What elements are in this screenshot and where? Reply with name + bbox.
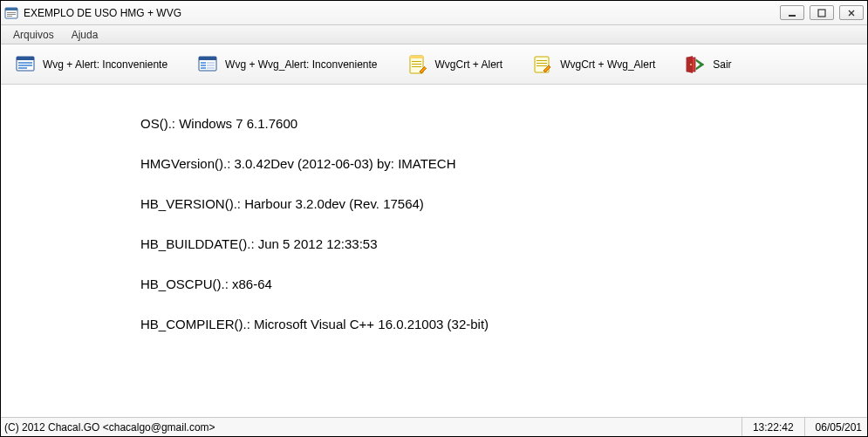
svg-rect-15 xyxy=(207,62,215,64)
svg-rect-18 xyxy=(201,67,206,69)
svg-rect-8 xyxy=(17,57,34,60)
toolbar-btn-wvgcrt-wvgalert[interactable]: WvgCrt + Wvg_Alert xyxy=(525,51,662,79)
svg-rect-22 xyxy=(412,61,421,62)
toolbar-btn-wvgcrt-alert[interactable]: WvgCrt + Alert xyxy=(400,51,510,79)
svg-rect-13 xyxy=(199,57,216,60)
info-line-hbbuilddate: HB_BUILDDATE().: Jun 5 2012 12:33:53 xyxy=(140,236,867,252)
titlebar: EXEMPLO DE USO HMG + WVG xyxy=(1,1,867,25)
svg-rect-11 xyxy=(18,67,27,69)
status-time: 13:22:42 xyxy=(742,418,805,436)
info-line-os: OS().: Windows 7 6.1.7600 xyxy=(140,116,867,132)
menubar: Arquivos Ajuda xyxy=(1,25,867,44)
svg-rect-17 xyxy=(207,65,215,66)
menu-ajuda[interactable]: Ajuda xyxy=(63,25,107,44)
svg-point-30 xyxy=(690,64,692,65)
toolbar-btn-label: Wvg + Alert: Inconveniente xyxy=(43,58,167,71)
toolbar-btn-wvg-wvgalert[interactable]: Wvg + Wvg_Alert: Inconveniente xyxy=(190,51,384,79)
minimize-button[interactable] xyxy=(780,5,804,20)
info-line-hbcompiler: HB_COMPILER().: Microsoft Visual C++ 16.… xyxy=(140,317,867,332)
svg-rect-9 xyxy=(18,62,32,64)
window-title: EXEMPLO DE USO HMG + WVG xyxy=(24,7,780,19)
statusbar: (C) 2012 Chacal.GO <chacalgo@gmail.com> … xyxy=(1,417,867,436)
svg-rect-3 xyxy=(7,14,16,15)
svg-rect-4 xyxy=(7,16,12,17)
toolbar-btn-wvg-alert[interactable]: Wvg + Alert: Inconveniente xyxy=(8,51,174,79)
app-icon xyxy=(4,6,18,20)
notepad-icon xyxy=(407,54,428,75)
svg-rect-21 xyxy=(410,56,423,58)
content-area: OS().: Windows 7 6.1.7600 HMGVersion().:… xyxy=(1,85,867,417)
info-line-hboscpu: HB_OSCPU().: x86-64 xyxy=(140,277,867,292)
toolbar-btn-label: Sair xyxy=(713,58,731,71)
svg-rect-24 xyxy=(412,66,421,67)
form-icon xyxy=(197,54,218,75)
window-icon xyxy=(15,54,36,75)
app-window: EXEMPLO DE USO HMG + WVG Arquivos Ajuda xyxy=(0,0,868,437)
svg-rect-2 xyxy=(7,12,16,13)
toolbar-btn-label: Wvg + Wvg_Alert: Inconveniente xyxy=(225,58,377,71)
toolbar-btn-sair[interactable]: Sair xyxy=(678,51,738,79)
menu-arquivos[interactable]: Arquivos xyxy=(4,25,63,44)
note-edit-icon xyxy=(532,54,553,75)
svg-rect-28 xyxy=(537,65,547,66)
info-line-hmgversion: HMGVersion().: 3.0.42Dev (2012-06-03) by… xyxy=(140,156,867,172)
status-date: 06/05/201 xyxy=(805,418,867,436)
maximize-button[interactable] xyxy=(810,5,834,20)
toolbar-btn-label: WvgCrt + Alert xyxy=(435,58,503,71)
info-line-hbversion: HB_VERSION().: Harbour 3.2.0dev (Rev. 17… xyxy=(140,196,867,212)
svg-rect-26 xyxy=(537,60,547,61)
svg-rect-27 xyxy=(537,63,547,64)
svg-rect-6 xyxy=(818,10,825,17)
toolbar: Wvg + Alert: Inconveniente Wvg + Wvg_Ale… xyxy=(1,44,867,85)
svg-rect-23 xyxy=(412,64,421,65)
svg-rect-19 xyxy=(207,67,215,69)
window-controls xyxy=(780,5,864,20)
status-copyright: (C) 2012 Chacal.GO <chacalgo@gmail.com> xyxy=(1,418,742,436)
svg-rect-10 xyxy=(18,65,32,66)
svg-rect-1 xyxy=(5,8,17,10)
toolbar-btn-label: WvgCrt + Wvg_Alert xyxy=(560,58,655,71)
svg-rect-16 xyxy=(201,65,206,66)
svg-rect-5 xyxy=(789,15,796,17)
exit-icon xyxy=(685,54,706,75)
close-button[interactable] xyxy=(839,5,864,20)
svg-rect-14 xyxy=(201,62,206,64)
